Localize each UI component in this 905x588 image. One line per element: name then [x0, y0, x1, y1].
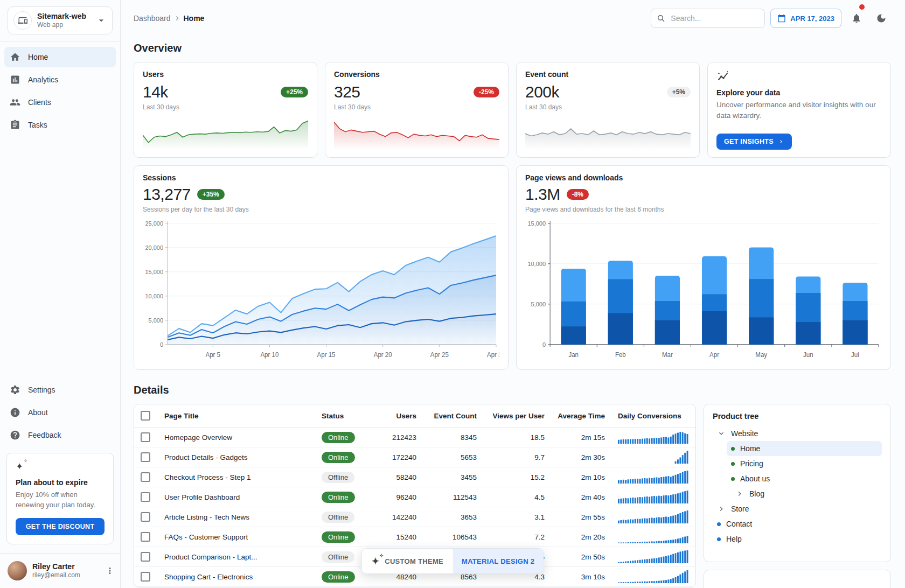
- views-per-user-cell: 9.7: [483, 447, 551, 467]
- svg-text:Jul: Jul: [851, 351, 859, 359]
- sidebar-item-feedback[interactable]: Feedback: [4, 425, 116, 445]
- table-row[interactable]: Homepage OverviewOnline212423834518.52m …: [134, 428, 695, 447]
- insights-icon: [716, 70, 729, 83]
- users-cell: 15240: [371, 527, 423, 547]
- daily-conversions-cell: [611, 467, 695, 487]
- tree-item-store[interactable]: Store: [713, 501, 882, 516]
- sidebar-item-tasks[interactable]: Tasks: [4, 115, 116, 135]
- user-menu-kebab-icon[interactable]: [105, 566, 115, 576]
- search-input[interactable]: [670, 13, 759, 23]
- row-checkbox[interactable]: [141, 472, 150, 482]
- table-row[interactable]: Checkout Process - Step 1Offline58240345…: [134, 467, 695, 487]
- sessions-card: Sessions 13,277 +35% Sessions per day fo…: [134, 165, 509, 370]
- breadcrumb-dashboard[interactable]: Dashboard: [134, 14, 171, 23]
- user-email: riley@email.com: [32, 571, 80, 580]
- custom-theme-button[interactable]: ✦ CUSTOM THEME: [362, 549, 453, 573]
- event-count-cell: 106543: [423, 527, 483, 547]
- row-checkbox[interactable]: [141, 452, 150, 462]
- moon-icon: [876, 13, 887, 24]
- average-time-cell: 3m 10s: [551, 567, 611, 587]
- sidebar-item-analytics[interactable]: Analytics: [4, 69, 116, 90]
- sidebar-item-label: About: [28, 408, 48, 417]
- tree-dot-icon: [731, 462, 735, 466]
- notification-badge: [859, 4, 865, 10]
- user-name: Riley Carter: [32, 562, 80, 571]
- tree-item-contact[interactable]: Contact: [713, 516, 882, 531]
- daily-conversions-cell: [611, 527, 695, 547]
- average-time-cell: 2m 10s: [551, 467, 611, 487]
- svg-text:May: May: [755, 351, 767, 359]
- table-row[interactable]: Product Details - GadgetsOnline172240565…: [134, 447, 695, 467]
- daily-conversions-cell: [611, 447, 695, 467]
- table-row[interactable]: Article Listing - Tech NewsOffline142240…: [134, 507, 695, 527]
- views-per-user-cell: 15.2: [483, 467, 551, 487]
- dark-mode-toggle[interactable]: [872, 9, 891, 27]
- sessions-change-badge: +35%: [197, 189, 225, 200]
- kpi-value: 14k: [143, 83, 168, 101]
- tree-item-help[interactable]: Help: [713, 531, 882, 547]
- details-side: Product tree WebsiteHomePricingAbout usB…: [704, 404, 891, 588]
- workspace-select[interactable]: Sitemark-web Web app: [8, 6, 113, 34]
- main-content: Dashboard Home APR 17, 2023 Overview: [121, 0, 905, 588]
- daily-conversions-sparkline: [618, 430, 689, 444]
- average-time-cell: 2m 15s: [551, 428, 611, 447]
- get-discount-button[interactable]: GET THE DISCOUNT: [16, 518, 105, 535]
- kpi-change-badge: +5%: [667, 87, 691, 97]
- sidebar-item-clients[interactable]: Clients: [4, 92, 116, 113]
- svg-text:20,000: 20,000: [145, 244, 163, 251]
- table-row[interactable]: User Profile DashboardOnline962401125434…: [134, 487, 695, 507]
- users-cell: 172240: [371, 447, 423, 467]
- tree-item-label: Contact: [726, 520, 752, 528]
- sidebar-item-about[interactable]: About: [4, 402, 116, 423]
- tree-item-label: About us: [740, 474, 770, 483]
- row-checkbox[interactable]: [141, 492, 150, 502]
- svg-text:15,000: 15,000: [145, 269, 163, 275]
- product-tree: WebsiteHomePricingAbout usBlogStoreConta…: [713, 426, 882, 547]
- tree-item-home[interactable]: Home: [727, 441, 882, 456]
- daily-conversions-sparkline: [618, 450, 689, 464]
- col-event-count: Event Count: [423, 404, 483, 428]
- select-all-checkbox[interactable]: [141, 411, 150, 421]
- page-views-chart-area: 05,00010,00015,000JanFebMarAprMayJunJul: [525, 218, 882, 362]
- charts-row: Sessions 13,277 +35% Sessions per day fo…: [134, 165, 891, 370]
- topbar: Dashboard Home APR 17, 2023: [134, 9, 891, 28]
- workspace-name: Sitemark-web: [37, 12, 86, 22]
- row-checkbox[interactable]: [141, 512, 150, 522]
- kpi-change-badge: -25%: [474, 87, 499, 97]
- row-checkbox[interactable]: [141, 552, 150, 562]
- tree-item-blog[interactable]: Blog: [731, 486, 882, 501]
- material-design-2-button[interactable]: MATERIAL DESIGN 2: [453, 549, 543, 573]
- row-checkbox[interactable]: [141, 572, 150, 582]
- views-per-user-cell: 3.1: [483, 507, 551, 527]
- sidebar-item-home[interactable]: Home: [4, 47, 116, 67]
- tree-item-pricing[interactable]: Pricing: [727, 456, 882, 471]
- svg-text:Apr 5: Apr 5: [205, 351, 220, 359]
- workspace-type: Web app: [37, 21, 86, 29]
- tree-item-about-us[interactable]: About us: [727, 471, 882, 486]
- kpi-sparkline: [143, 116, 308, 150]
- daily-conversions-cell: [611, 567, 695, 587]
- sidebar-item-label: Clients: [28, 98, 51, 107]
- page-title-cell: Product Comparison - Lapt...: [158, 547, 315, 567]
- sidebar-item-settings[interactable]: Settings: [4, 380, 116, 400]
- page-title-cell: Article Listing - Tech News: [158, 507, 315, 527]
- get-insights-button[interactable]: GET INSIGHTS: [716, 134, 792, 150]
- tree-item-label: Help: [726, 535, 742, 543]
- sidebar: Sitemark-web Web app HomeAnalyticsClient…: [0, 0, 121, 588]
- sessions-subtitle: Sessions per day for the last 30 days: [143, 206, 499, 213]
- sidebar-item-label: Feedback: [28, 431, 61, 439]
- chevron-right-icon: [778, 138, 784, 145]
- tree-item-label: Store: [731, 505, 749, 513]
- tree-item-website[interactable]: Website: [713, 426, 882, 441]
- tree-item-label: Website: [731, 429, 758, 438]
- row-checkbox[interactable]: [141, 532, 150, 542]
- col-average-time: Average Time: [551, 404, 611, 428]
- page-views-value: 1.3M: [525, 185, 560, 204]
- date-picker-button[interactable]: APR 17, 2023: [770, 9, 841, 28]
- col-views-per-user: Views per User: [483, 404, 551, 428]
- kpi-sparkline: [334, 116, 499, 150]
- row-checkbox[interactable]: [141, 432, 150, 442]
- notifications-button[interactable]: [847, 9, 866, 27]
- table-row[interactable]: FAQs - Customer SupportOnline15240106543…: [134, 527, 695, 547]
- sessions-chart: 05,00010,00015,00020,00025,000Apr 5Apr 1…: [143, 218, 499, 362]
